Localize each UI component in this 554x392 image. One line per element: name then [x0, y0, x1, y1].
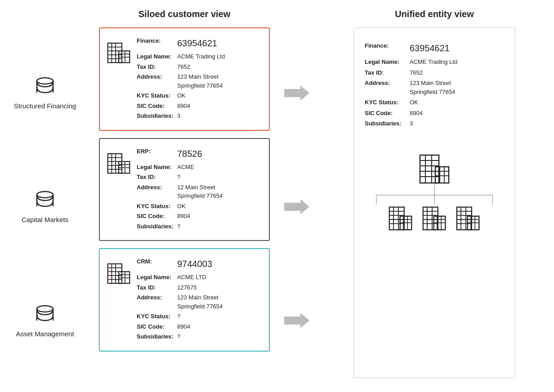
arrow-right-3 [284, 313, 309, 328]
card-finance-subs-value: 3 [177, 111, 180, 120]
svg-point-2 [37, 306, 53, 312]
card-crm-system-row: CRM: 9744003 [137, 257, 260, 271]
svg-marker-39 [284, 85, 309, 101]
svg-rect-49 [435, 167, 449, 183]
card-crm-system-id: 9744003 [177, 257, 212, 271]
unified-legalname-value: ACME Trading Ltd [410, 58, 457, 67]
unified-legalname-row: Legal Name: ACME Trading Ltd [365, 58, 504, 67]
arrow-right-2 [284, 199, 309, 214]
unified-address-label: Address: [365, 79, 410, 96]
org-chart [365, 152, 504, 365]
org-child-building-3 [456, 205, 481, 232]
card-finance-taxid-label: Tax ID: [137, 62, 177, 71]
building-icon-erp [107, 149, 130, 176]
card-erp-system-label: ERP: [137, 147, 177, 160]
card-finance-legalname-label: Legal Name: [137, 52, 177, 61]
org-line-h [376, 195, 493, 196]
svg-rect-3 [108, 43, 122, 62]
card-crm-taxid-value: 127675 [177, 283, 197, 292]
unified-kyc-row: KYC Status: OK [365, 98, 504, 107]
card-crm: CRM: 9744003 Legal Name: ACME LTD Tax ID… [99, 248, 270, 352]
card-finance-system-id: 63954621 [177, 36, 217, 50]
siloed-section: Siloed customer view [90, 9, 279, 352]
svg-marker-41 [284, 313, 309, 328]
card-erp-system-id: 78526 [177, 147, 202, 160]
card-crm-address-value: 123 Main Street Springfield 77654 [177, 293, 223, 311]
arrow-wrapper-2 [284, 157, 309, 256]
database-icon-2 [34, 189, 56, 212]
card-erp-legalname-row: Legal Name: ACME [137, 163, 260, 172]
card-finance: Finance: 63954621 Legal Name: ACME Tradi… [99, 27, 270, 131]
sidebar-label-asset-management: Asset Management [16, 330, 74, 339]
card-erp-subs-value: ? [177, 222, 180, 231]
card-crm-legalname-row: Legal Name: ACME LTD [137, 273, 260, 282]
unified-sic-label: SIC Code: [365, 109, 410, 118]
card-finance-sic-row: SIC Code: 8904 [137, 102, 260, 111]
unified-subs-label: Subsidiaries: [365, 119, 410, 128]
card-crm-kyc-value: ? [177, 312, 180, 321]
sidebar-item-asset-management: Asset Management [16, 271, 74, 370]
card-crm-subs-row: Subsidiaries: ? [137, 332, 260, 341]
sidebar-item-structured-financing: Structured Financing [14, 44, 76, 143]
card-finance-kyc-value: OK [177, 91, 186, 100]
svg-rect-27 [108, 264, 122, 283]
card-crm-data: CRM: 9744003 Legal Name: ACME LTD Tax ID… [137, 257, 260, 343]
unified-address-row: Address: 123 Main Street Springfield 776… [365, 79, 504, 96]
card-crm-sic-value: 8904 [177, 322, 190, 331]
card-crm-subs-label: Subsidiaries: [137, 332, 177, 341]
svg-rect-34 [119, 272, 130, 283]
org-child-building-2 [422, 205, 447, 232]
card-erp-taxid-value: ? [177, 173, 180, 182]
svg-point-0 [37, 78, 53, 84]
org-child-building-1 [389, 205, 413, 232]
unified-kyc-label: KYC Status: [365, 98, 410, 107]
card-erp-taxid-label: Tax ID: [137, 173, 177, 182]
database-icon-3 [34, 303, 56, 326]
card-erp-subs-row: Subsidiaries: ? [137, 222, 260, 231]
org-chart-top [419, 152, 450, 185]
unified-taxid-label: Tax ID: [365, 68, 410, 77]
org-children [389, 205, 481, 232]
card-erp-subs-label: Subsidiaries: [137, 222, 177, 231]
card-finance-sic-value: 8904 [177, 102, 190, 111]
unified-system-row: Finance: 63954621 [365, 41, 504, 55]
card-finance-kyc-label: KYC Status: [137, 91, 177, 100]
org-line-v-top [434, 185, 435, 195]
unified-kyc-value: OK [410, 98, 418, 107]
unified-sic-row: SIC Code: 8904 [365, 109, 504, 118]
siloed-title: Siloed customer view [138, 9, 231, 19]
card-finance-system-row: Finance: 63954621 [137, 36, 260, 50]
svg-rect-42 [420, 155, 439, 183]
card-finance-subs-row: Subsidiaries: 3 [137, 111, 260, 120]
sidebar-item-capital-markets: Capital Markets [22, 157, 68, 256]
unified-subs-row: Subsidiaries: 3 [365, 119, 504, 128]
unified-address-value: 123 Main Street Springfield 77654 [410, 79, 455, 96]
card-erp-kyc-label: KYC Status: [137, 202, 177, 211]
card-erp: ERP: 78526 Legal Name: ACME Tax ID: ? Ad… [99, 138, 270, 241]
main-container: Structured Financing Capital Markets Ass… [0, 0, 554, 392]
card-crm-kyc-row: KYC Status: ? [137, 312, 260, 321]
unified-title: Unified entity view [395, 9, 474, 19]
unified-content: Finance: 63954621 Legal Name: ACME Tradi… [353, 27, 515, 378]
org-line-verticals [376, 196, 493, 205]
card-erp-address-label: Address: [137, 183, 177, 200]
card-erp-kyc-value: OK [177, 202, 186, 211]
card-erp-sic-value: 8904 [177, 212, 190, 221]
svg-rect-54 [389, 207, 404, 229]
card-erp-sic-label: SIC Code: [137, 212, 177, 221]
org-lines [371, 185, 497, 205]
svg-rect-22 [119, 161, 130, 173]
card-crm-kyc-label: KYC Status: [137, 312, 177, 321]
svg-rect-15 [108, 153, 122, 173]
card-finance-taxid-row: Tax ID: 7652 [137, 62, 260, 71]
sidebar-label-capital-markets: Capital Markets [22, 215, 68, 224]
card-crm-subs-value: ? [177, 332, 180, 341]
svg-rect-10 [119, 51, 130, 62]
card-erp-legalname-value: ACME [177, 163, 194, 172]
arrow-section [279, 9, 315, 378]
card-crm-address-label: Address: [137, 293, 177, 311]
building-icon-finance [107, 38, 130, 65]
card-finance-data: Finance: 63954621 Legal Name: ACME Tradi… [137, 36, 260, 122]
unified-data: Finance: 63954621 Legal Name: ACME Tradi… [365, 41, 504, 130]
card-crm-address-row: Address: 123 Main Street Springfield 776… [137, 293, 260, 311]
